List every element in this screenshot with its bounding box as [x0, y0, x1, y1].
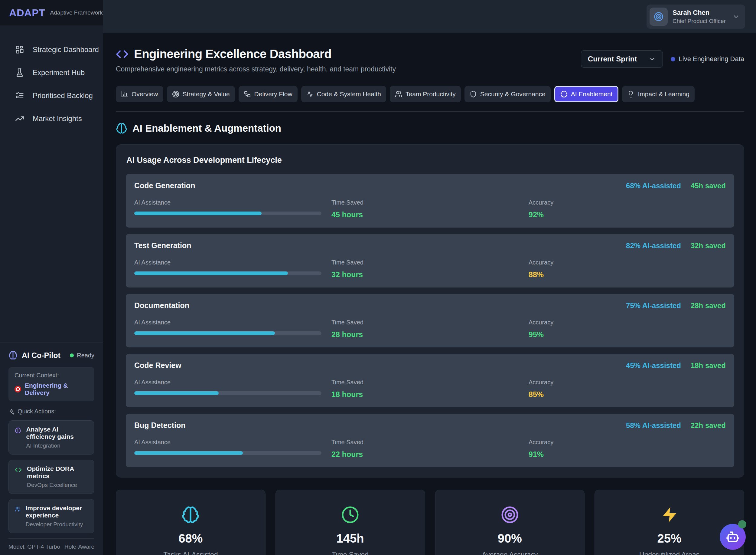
quick-action-developer-experience[interactable]: Improve developer experience Developer P…: [8, 499, 94, 533]
chevron-down-icon: [733, 13, 740, 20]
ai-assisted-badge: 82% AI-assisted: [626, 242, 681, 250]
usage-row-badges: 82% AI-assisted 32h saved: [626, 242, 726, 250]
stat-icon-wrap: [598, 506, 741, 524]
quick-action-subtitle: DevOps Excellence: [27, 482, 88, 488]
time-saved-label: Time Saved: [331, 439, 529, 446]
users-icon: [15, 505, 20, 513]
copilot-title: AI Co-Pilot: [22, 351, 65, 360]
bolt-icon: [660, 506, 678, 524]
sidebar-item-experiment-hub[interactable]: Experiment Hub: [0, 61, 103, 84]
usage-row-test-generation: Test Generation 82% AI-assisted 32h save…: [126, 234, 734, 288]
assistance-progress-fill: [134, 331, 275, 335]
ai-assistant-fab[interactable]: [720, 524, 746, 550]
tab-team-productivity[interactable]: Team Productivity: [390, 86, 461, 102]
stat-icon-wrap: [119, 506, 262, 524]
accuracy-value: 91%: [529, 450, 726, 459]
sidebar-item-strategic-dashboard[interactable]: Strategic Dashboard: [0, 38, 103, 61]
sidebar-item-label: Experiment Hub: [33, 69, 85, 77]
tab-overview[interactable]: Overview: [116, 86, 163, 102]
tab-ai-enablement[interactable]: AI Enablement: [554, 86, 619, 102]
accuracy-label: Accuracy: [529, 379, 726, 386]
page-title: Engineering Excellence Dashboard: [134, 47, 331, 61]
sprint-selector[interactable]: Current Sprint: [581, 50, 663, 68]
time-saved-value: 28 hours: [331, 330, 529, 339]
copilot-status: Ready: [70, 352, 94, 359]
assistance-progress-track: [134, 331, 322, 335]
assistance-progress-track: [134, 391, 322, 395]
quick-action-title: Optimize DORA metrics: [27, 465, 88, 480]
tab-impact-learning[interactable]: Impact & Learning: [622, 86, 694, 102]
usage-row-code-review: Code Review 45% AI-assisted 18h saved AI…: [126, 354, 734, 407]
robot-icon: [726, 530, 740, 544]
tab-delivery-flow[interactable]: Delivery Flow: [239, 86, 297, 102]
sidebar-item-market-insights[interactable]: Market Insights: [0, 107, 103, 130]
model-label: Model: GPT-4 Turbo: [8, 544, 60, 550]
usage-row-grid: AI Assistance Time Saved 45 hours Accura…: [134, 199, 726, 219]
time-saved-label: Time Saved: [331, 199, 529, 206]
quick-action-text: Analyse AI efficiency gains AI Integrati…: [26, 426, 88, 449]
assistance-progress-fill: [134, 212, 262, 215]
tab-strategy-value[interactable]: Strategy & Value: [167, 86, 235, 102]
context-value: Engineering & Delivery: [14, 382, 88, 396]
ai-copilot-panel: AI Co-Pilot Ready Current Context: Engin…: [0, 343, 103, 555]
app-root: ADAPT Adaptive Framework Strategic Dashb…: [0, 0, 756, 555]
accuracy-cell: Accuracy 92%: [529, 199, 726, 219]
assistance-progress-track: [134, 271, 322, 275]
stat-icon-wrap: [438, 506, 581, 524]
brain-icon: [116, 123, 127, 134]
sidebar: ADAPT Adaptive Framework Strategic Dashb…: [0, 0, 103, 555]
shield-icon: [470, 90, 477, 98]
stat-card-tasks-ai-assisted: 68% Tasks AI-Assisted Across all categor…: [116, 489, 266, 555]
chevron-down-icon: [649, 55, 656, 62]
stat-label: Underutilized Areas: [598, 551, 741, 555]
quick-action-subtitle: Developer Productivity: [26, 521, 88, 528]
mode-label: Role-Aware: [64, 544, 94, 550]
context-value-label: Engineering & Delivery: [25, 382, 88, 396]
usage-row-documentation: Documentation 75% AI-assisted 28h saved …: [126, 294, 734, 347]
code-icon: [116, 48, 129, 60]
tab-label: Team Productivity: [406, 90, 456, 98]
tab-code-system-health[interactable]: Code & System Health: [301, 86, 386, 102]
brand-logo: ADAPT Adaptive Framework: [0, 0, 103, 26]
target-icon: [501, 506, 519, 524]
tab-label: Impact & Learning: [638, 90, 689, 98]
quick-actions-label: Quick Actions:: [17, 408, 56, 415]
live-data-indicator: Live Engineering Data: [671, 55, 744, 63]
accuracy-label: Accuracy: [529, 319, 726, 326]
usage-row-code-generation: Code Generation 68% AI-assisted 45h save…: [126, 174, 734, 227]
usage-row-head: Documentation 75% AI-assisted 28h saved: [134, 301, 726, 310]
users-icon: [395, 90, 402, 98]
tab-security-governance[interactable]: Security & Governance: [465, 86, 551, 102]
accuracy-cell: Accuracy 88%: [529, 259, 726, 279]
tab-label: Strategy & Value: [183, 90, 230, 98]
bar-chart-icon: [121, 90, 128, 98]
content: Engineering Excellence Dashboard Compreh…: [103, 33, 756, 555]
stat-value: 145h: [279, 532, 422, 545]
brain-icon: [8, 351, 17, 360]
time-saved-cell: Time Saved 18 hours: [331, 379, 529, 399]
code-icon: [15, 466, 22, 474]
user-menu[interactable]: Sarah Chen Chief Product Officer: [647, 5, 745, 29]
usage-row-grid: AI Assistance Time Saved 22 hours Accura…: [134, 439, 726, 459]
stat-card-average-accuracy: 90% Average Accuracy AI suggestions: [435, 489, 585, 555]
hours-saved-badge: 45h saved: [691, 181, 726, 190]
quick-action-analyse-ai[interactable]: Analyse AI efficiency gains AI Integrati…: [8, 420, 94, 455]
assistance-progress-track: [134, 212, 322, 215]
page-header: Engineering Excellence Dashboard Compreh…: [116, 47, 744, 73]
lightbulb-icon: [627, 90, 634, 98]
assistance-cell: AI Assistance: [134, 199, 331, 219]
usage-row-head: Test Generation 82% AI-assisted 32h save…: [134, 241, 726, 250]
stat-label: Tasks AI-Assisted: [119, 551, 262, 555]
sidebar-item-label: Prioritised Backlog: [33, 91, 93, 100]
accuracy-label: Accuracy: [529, 199, 726, 206]
ai-usage-card: AI Usage Across Development Lifecycle Co…: [116, 144, 744, 477]
accuracy-value: 95%: [529, 330, 726, 339]
time-saved-label: Time Saved: [331, 259, 529, 266]
time-saved-cell: Time Saved 22 hours: [331, 439, 529, 459]
assistance-cell: AI Assistance: [134, 379, 331, 399]
sidebar-item-prioritised-backlog[interactable]: Prioritised Backlog: [0, 84, 103, 107]
section-header: AI Enablement & Augmentation: [116, 123, 744, 134]
usage-row-head: Code Generation 68% AI-assisted 45h save…: [134, 181, 726, 190]
hours-saved-badge: 28h saved: [691, 301, 726, 310]
quick-action-optimize-dora[interactable]: Optimize DORA metrics DevOps Excellence: [8, 460, 94, 494]
